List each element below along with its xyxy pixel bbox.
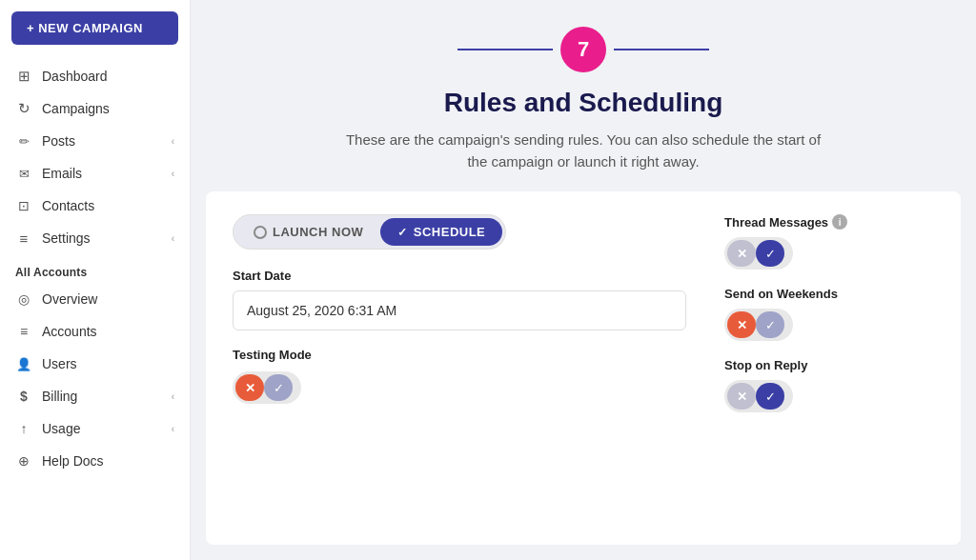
stop-on-reply-toggle[interactable]: ✕ ✓ (724, 380, 793, 412)
billing-icon (15, 388, 32, 405)
wizard-title: Rules and Scheduling (444, 88, 722, 118)
sidebar-item-accounts[interactable]: Accounts (0, 315, 190, 348)
launch-schedule-toggle[interactable]: LAUNCH NOW ✓ SCHEDULE (233, 214, 506, 250)
schedule-label: SCHEDULE (414, 225, 486, 239)
step-line-left (458, 49, 553, 50)
sidebar-item-label: Usage (42, 421, 80, 436)
two-column-layout: LAUNCH NOW ✓ SCHEDULE Start Date Testing… (233, 214, 934, 430)
sidebar-item-label: Emails (42, 166, 82, 181)
toggle-on-button[interactable]: ✓ (756, 240, 784, 267)
sidebar-item-label: Help Docs (42, 453, 104, 469)
users-icon (15, 355, 32, 372)
send-on-weekends-label: Send on Weekends (724, 287, 934, 301)
schedule-option[interactable]: ✓ SCHEDULE (380, 218, 502, 246)
accounts-icon (15, 323, 32, 340)
stop-on-reply-label: Stop on Reply (724, 358, 934, 372)
chevron-right-icon: ‹ (172, 169, 174, 179)
contacts-icon (15, 197, 32, 214)
thread-messages-info-icon[interactable]: i (832, 214, 847, 230)
wizard-description: These are the campaign's sending rules. … (345, 130, 822, 172)
toggle-off-button[interactable]: ✕ (235, 374, 264, 401)
sidebar-item-settings[interactable]: Settings ‹ (0, 222, 190, 254)
check-icon: ✓ (397, 226, 408, 239)
send-on-weekends-toggle[interactable]: ✕ ✓ (724, 309, 793, 341)
main-content: 7 Rules and Scheduling These are the cam… (191, 0, 976, 560)
thread-messages-toggle[interactable]: ✕ ✓ (724, 237, 793, 270)
radio-dot-launch (254, 226, 267, 239)
thread-messages-label: Thread Messages i (724, 214, 934, 230)
dashboard-icon (15, 68, 32, 85)
sidebar-item-overview[interactable]: Overview (0, 283, 190, 315)
step-line-right (614, 49, 709, 50)
sidebar-item-helpdocs[interactable]: Help Docs (0, 445, 190, 477)
start-date-label: Start Date (233, 269, 686, 283)
stop-on-reply-item: Stop on Reply ✕ ✓ (724, 358, 934, 412)
sidebar-item-usage[interactable]: Usage ‹ (0, 412, 190, 445)
sidebar-item-dashboard[interactable]: Dashboard (0, 60, 190, 92)
settings-icon (15, 230, 32, 247)
campaigns-icon (15, 100, 32, 117)
sidebar-item-label: Users (42, 356, 77, 371)
sidebar-item-label: Billing (42, 389, 77, 404)
chevron-right-icon: ‹ (172, 136, 174, 147)
sidebar-item-posts[interactable]: Posts ‹ (0, 125, 190, 157)
toggle-off-button[interactable]: ✕ (727, 311, 756, 338)
sidebar-item-emails[interactable]: Emails ‹ (0, 157, 190, 190)
step-circle: 7 (560, 27, 606, 72)
chevron-right-icon: ‹ (172, 233, 174, 244)
thread-messages-item: Thread Messages i ✕ ✓ (724, 214, 934, 270)
overview-icon (15, 290, 32, 308)
testing-mode-label: Testing Mode (233, 348, 686, 362)
chevron-right-icon: ‹ (172, 391, 174, 402)
accounts-nav: Overview Accounts Users Billing ‹ Usage … (0, 283, 190, 477)
sidebar: + NEW CAMPAIGN Dashboard Campaigns Posts… (0, 0, 191, 560)
emails-icon (15, 165, 32, 182)
sidebar-item-contacts[interactable]: Contacts (0, 190, 190, 222)
new-campaign-button[interactable]: + NEW CAMPAIGN (11, 11, 178, 45)
left-column: LAUNCH NOW ✓ SCHEDULE Start Date Testing… (233, 214, 686, 430)
testing-mode-toggle[interactable]: ✕ ✓ (233, 371, 301, 404)
main-nav: Dashboard Campaigns Posts ‹ Emails ‹ Con… (0, 60, 190, 254)
step-indicator: 7 (458, 27, 709, 72)
sidebar-item-label: Overview (42, 291, 97, 307)
content-panel: LAUNCH NOW ✓ SCHEDULE Start Date Testing… (206, 191, 961, 545)
sidebar-item-campaigns[interactable]: Campaigns (0, 92, 190, 125)
all-accounts-section-label: All Accounts (0, 254, 190, 283)
toggle-off-button[interactable]: ✕ (727, 240, 756, 267)
sidebar-item-label: Accounts (42, 324, 97, 339)
wizard-header: 7 Rules and Scheduling These are the cam… (191, 0, 976, 191)
send-on-weekends-item: Send on Weekends ✕ ✓ (724, 287, 934, 341)
toggle-off-button[interactable]: ✕ (727, 383, 756, 410)
launch-now-option[interactable]: LAUNCH NOW (236, 218, 380, 246)
chevron-right-icon: ‹ (172, 424, 174, 434)
helpdocs-icon (15, 452, 32, 470)
posts-icon (15, 132, 32, 150)
start-date-input[interactable] (233, 290, 686, 330)
toggle-on-button[interactable]: ✓ (756, 311, 784, 338)
sidebar-item-billing[interactable]: Billing ‹ (0, 380, 190, 412)
sidebar-item-label: Contacts (42, 198, 94, 213)
toggle-on-button[interactable]: ✓ (264, 374, 293, 401)
right-column: Thread Messages i ✕ ✓ Send on Weekends ✕ (724, 214, 934, 430)
sidebar-item-label: Posts (42, 133, 75, 149)
sidebar-item-label: Settings (42, 230, 91, 246)
launch-now-label: LAUNCH NOW (273, 225, 363, 239)
sidebar-item-label: Campaigns (42, 101, 110, 116)
usage-icon (15, 420, 32, 437)
sidebar-item-users[interactable]: Users (0, 348, 190, 380)
sidebar-item-label: Dashboard (42, 69, 108, 84)
toggle-on-button[interactable]: ✓ (756, 383, 784, 410)
